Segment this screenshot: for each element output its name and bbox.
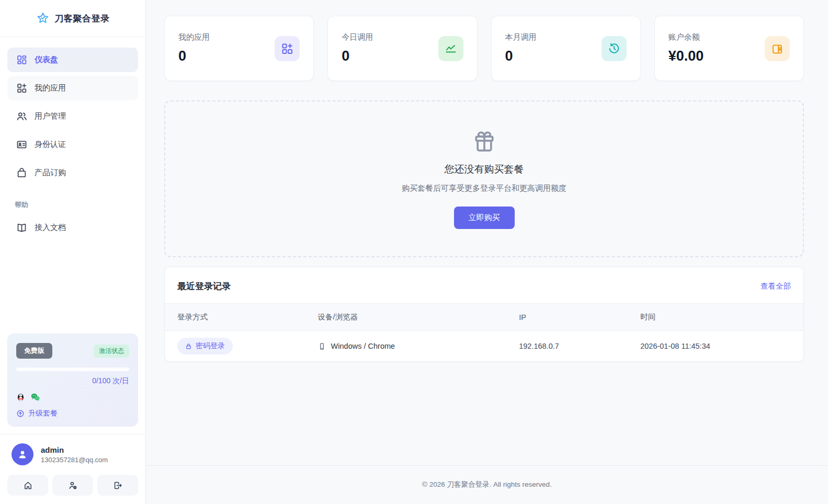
sidebar-item-label: 仪表盘 xyxy=(35,55,58,65)
recent-logins-title: 最近登录记录 xyxy=(177,280,231,292)
stats-row: 我的应用 0 今日调用 0 xyxy=(164,16,804,81)
user-name: admin xyxy=(41,445,108,454)
arrow-up-circle-icon xyxy=(16,409,25,418)
sidebar-item-dashboard[interactable]: 仪表盘 xyxy=(7,48,138,72)
empty-state-title: 您还没有购买套餐 xyxy=(445,163,524,176)
platform-icons xyxy=(16,392,129,402)
lock-icon xyxy=(185,343,192,350)
sidebar-item-label: 用户管理 xyxy=(35,111,66,121)
sidebar-item-label: 我的应用 xyxy=(35,83,66,93)
stat-card-my-apps: 我的应用 0 xyxy=(164,16,314,81)
main-content: 我的应用 0 今日调用 0 xyxy=(146,0,828,504)
logout-button[interactable] xyxy=(97,475,138,496)
home-icon xyxy=(23,480,33,490)
clock-history-icon xyxy=(602,36,627,61)
view-all-link[interactable]: 查看全部 xyxy=(761,281,791,291)
wallet-icon xyxy=(765,36,790,61)
no-package-panel: 您还没有购买套餐 购买套餐后可享受更多登录平台和更高调用额度 立即购买 xyxy=(164,100,804,257)
device-cell: Windows / Chrome xyxy=(318,342,494,350)
shopping-bag-icon xyxy=(16,167,27,178)
sidebar: 刀客聚合登录 仪表盘 我的应用 xyxy=(0,0,146,504)
recent-logins-card: 最近登录记录 查看全部 登录方式 设备/浏览器 IP 时间 xyxy=(164,267,804,362)
brand-logo: 刀客聚合登录 xyxy=(0,0,145,37)
apps-plus-icon xyxy=(16,83,27,94)
wechat-icon xyxy=(30,393,40,402)
upgrade-plan-link[interactable]: 升级套餐 xyxy=(16,409,129,418)
sidebar-menu: 仪表盘 我的应用 用户管理 xyxy=(0,37,145,240)
qq-icon xyxy=(16,392,25,402)
sidebar-item-user-management[interactable]: 用户管理 xyxy=(7,104,138,129)
account-settings-button[interactable] xyxy=(52,475,93,496)
sidebar-item-label: 身份认证 xyxy=(35,140,66,150)
sidebar-actions xyxy=(0,473,145,504)
sidebar-item-identity-auth[interactable]: 身份认证 xyxy=(7,132,138,157)
copyright-text: © 2026 刀客聚合登录. All rights reserved. xyxy=(422,480,552,488)
sidebar-item-label: 产品订购 xyxy=(35,168,66,178)
device-phone-icon xyxy=(318,342,326,350)
users-icon xyxy=(16,111,27,122)
stat-card-month-calls: 本月调用 0 xyxy=(491,16,641,81)
gift-icon xyxy=(472,130,496,154)
sidebar-item-label: 接入文档 xyxy=(35,223,66,233)
star-badge-icon xyxy=(36,12,50,25)
time-cell: 2026-01-08 11:45:34 xyxy=(628,331,803,362)
stat-label: 本月调用 xyxy=(505,32,537,42)
quota-text: 0/100 次/日 xyxy=(16,376,129,386)
sidebar-item-product-order[interactable]: 产品订购 xyxy=(7,161,138,185)
buy-now-button[interactable]: 立即购买 xyxy=(454,207,515,229)
user-panel: admin 1302357281@qq.com xyxy=(0,434,145,473)
recent-logins-table: 登录方式 设备/浏览器 IP 时间 xyxy=(165,303,803,361)
user-email: 1302357281@qq.com xyxy=(41,456,108,464)
column-header-method: 登录方式 xyxy=(165,304,305,331)
line-chart-icon xyxy=(438,36,463,61)
ip-cell: 192.168.0.7 xyxy=(506,331,628,362)
stat-card-balance: 账户余额 ¥0.00 xyxy=(654,16,804,81)
column-header-time: 时间 xyxy=(628,304,803,331)
stat-label: 我的应用 xyxy=(178,32,210,42)
column-header-ip: IP xyxy=(506,304,628,331)
plan-status-badge: 激活状态 xyxy=(94,345,129,358)
column-header-device: 设备/浏览器 xyxy=(305,304,507,331)
user-gear-icon xyxy=(68,480,78,490)
sidebar-item-docs[interactable]: 接入文档 xyxy=(7,215,138,240)
sidebar-section-help: 帮助 xyxy=(7,200,138,210)
home-button[interactable] xyxy=(7,475,48,496)
stat-value: 0 xyxy=(505,48,537,64)
stat-value: 0 xyxy=(178,48,210,64)
id-card-icon xyxy=(16,139,27,150)
stat-card-today-calls: 今日调用 0 xyxy=(327,16,477,81)
logout-icon xyxy=(113,480,123,490)
stat-label: 今日调用 xyxy=(342,32,373,42)
avatar xyxy=(12,443,33,465)
stat-value: ¥0.00 xyxy=(668,48,704,64)
sidebar-item-my-apps[interactable]: 我的应用 xyxy=(7,76,138,100)
login-method-badge: 密码登录 xyxy=(177,338,233,354)
empty-state-subtitle: 购买套餐后可享受更多登录平台和更高调用额度 xyxy=(402,184,566,193)
table-row: 密码登录 Windows / Chrome xyxy=(165,331,803,362)
quota-progress-bar xyxy=(16,368,129,371)
plan-card: 免费版 激活状态 0/100 次/日 xyxy=(7,334,138,427)
plan-name-badge: 免费版 xyxy=(16,343,52,359)
footer: © 2026 刀客聚合登录. All rights reserved. xyxy=(146,465,828,504)
dashboard-grid-icon xyxy=(16,54,27,65)
app-title: 刀客聚合登录 xyxy=(55,13,110,25)
app-window: 刀客聚合登录 仪表盘 我的应用 xyxy=(0,0,828,504)
stat-value: 0 xyxy=(342,48,373,64)
apps-plus-icon xyxy=(275,36,300,61)
sidebar-bottom: 免费版 激活状态 0/100 次/日 xyxy=(0,326,145,504)
stat-label: 账户余额 xyxy=(668,32,704,42)
book-icon xyxy=(16,222,27,233)
